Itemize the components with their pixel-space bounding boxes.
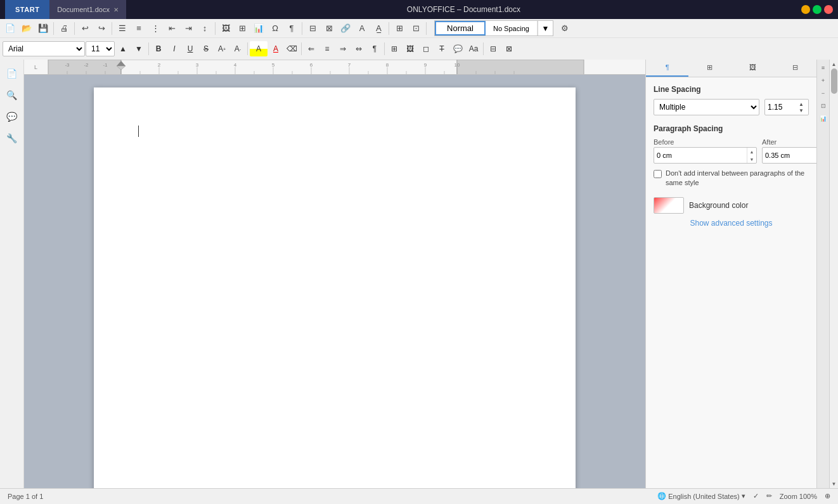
styles-dropdown[interactable]: ▼ [538, 21, 553, 36]
page-view-icon[interactable]: ≡ [818, 62, 829, 74]
align-justify-button[interactable]: ⇔ [351, 41, 366, 56]
language-selector[interactable]: 🌐 English (United States) ▾ [657, 492, 745, 500]
print-button[interactable]: 🖨 [56, 21, 72, 36]
align-right-button[interactable]: ⇒ [335, 41, 351, 56]
scroll-track[interactable] [830, 68, 838, 479]
align-center-button[interactable]: ≡ [319, 41, 335, 56]
zoom-out-icon[interactable]: − [818, 87, 829, 99]
spelling-check-button[interactable]: ✓ [753, 492, 759, 500]
track-changes-button[interactable]: T [434, 41, 449, 56]
tab-start[interactable]: START [5, 0, 49, 19]
tab-document[interactable]: Document1.docx ✕ [49, 0, 126, 19]
zoom-level[interactable]: Zoom 100% [780, 493, 817, 500]
insert-table-button[interactable]: ⊞ [235, 21, 250, 36]
chart-icon[interactable]: 📊 [818, 113, 829, 124]
paragraph-marks-button[interactable]: ¶ [367, 41, 382, 56]
insert-image-2-button[interactable]: 🖼 [403, 41, 418, 56]
pagebreak-button[interactable]: ⊞ [392, 21, 407, 36]
svg-text:5: 5 [272, 62, 275, 68]
open-button[interactable]: 📂 [19, 21, 34, 36]
align-left-button[interactable]: ⇐ [304, 41, 319, 56]
fmt-sep-4 [384, 42, 385, 55]
document-page[interactable] [94, 87, 576, 488]
dropcap-button[interactable]: A [354, 21, 370, 36]
insert-image-button[interactable]: 🖼 [218, 21, 233, 36]
sidebar-file-icon[interactable]: 📄 [3, 65, 21, 82]
bold-button[interactable]: B [151, 41, 166, 56]
redo-button[interactable]: ↪ [94, 21, 109, 36]
after-label: After [762, 138, 816, 146]
pagenumber-button[interactable]: ⊡ [408, 21, 423, 36]
svg-text:2: 2 [158, 62, 161, 68]
fmt-sep-2 [247, 42, 248, 55]
comment-button[interactable]: 💬 [450, 41, 465, 56]
increase-indent-button[interactable]: ⇥ [181, 21, 196, 36]
tab-close-icon[interactable]: ✕ [113, 6, 119, 13]
rpanel-tab-paragraph[interactable]: ¶ [646, 60, 688, 77]
style-normal[interactable]: Normal [435, 21, 486, 36]
insert-table-2-button[interactable]: ⊞ [387, 41, 402, 56]
insert-chart-button[interactable]: 📊 [251, 21, 266, 36]
compare-button[interactable]: ⊠ [501, 41, 517, 56]
save-button[interactable]: 💾 [35, 21, 51, 36]
scroll-down-button[interactable]: ▼ [830, 479, 839, 488]
before-increment-button[interactable]: ▲ [747, 148, 756, 155]
insert-symbol-button[interactable]: Ω [268, 21, 283, 36]
textcase-button[interactable]: Aa [466, 41, 481, 56]
decrease-indent-button[interactable]: ⇤ [164, 21, 179, 36]
fit-page-icon[interactable]: ⊡ [818, 100, 829, 112]
sidebar-search-icon[interactable]: 🔍 [3, 86, 21, 104]
insert-shape-button[interactable]: ◻ [418, 41, 434, 56]
superscript-button[interactable]: A+ [214, 41, 229, 56]
before-label-col: Before ▲ ▼ [654, 138, 757, 164]
line-spacing-button[interactable]: ↕ [197, 21, 212, 36]
columns-button[interactable]: ⊠ [321, 21, 337, 36]
show-advanced-settings-link[interactable]: Show advanced settings [654, 219, 809, 228]
clear-format-button[interactable]: ⌫ [284, 41, 299, 56]
before-decrement-button[interactable]: ▼ [747, 155, 756, 163]
rpanel-tab-table[interactable]: ⊞ [688, 60, 731, 77]
style-no-spacing[interactable]: No Spacing [486, 21, 538, 36]
settings-button[interactable]: ⚙ [557, 21, 572, 36]
multilevel-list-button[interactable]: ⋮ [148, 21, 163, 36]
nonprinting-button[interactable]: ¶ [284, 21, 299, 36]
after-input[interactable] [763, 152, 816, 159]
font-color-button[interactable]: A [268, 41, 283, 56]
before-input[interactable] [654, 152, 747, 159]
scroll-up-button[interactable]: ▲ [830, 60, 839, 68]
numbered-list-button[interactable]: ≡ [131, 21, 146, 36]
line-spacing-type-select[interactable]: Multiple Single 1.5 lines Double At leas… [654, 99, 759, 115]
italic-button[interactable]: I [167, 41, 182, 56]
ls-increment-button[interactable]: ▲ [797, 101, 806, 107]
dont-add-interval-checkbox[interactable] [654, 170, 662, 178]
zoom-in-status-button[interactable]: ⊕ [825, 492, 830, 500]
new-button[interactable]: 📄 [3, 21, 18, 36]
close-button[interactable]: ✕ [824, 5, 833, 14]
scroll-thumb[interactable] [831, 68, 837, 94]
page-container[interactable] [24, 75, 645, 488]
increase-font-button[interactable]: ▲ [115, 41, 131, 56]
minimize-button[interactable]: – [801, 5, 810, 14]
decrease-font-button[interactable]: ▼ [131, 41, 146, 56]
strikethrough-button[interactable]: S [198, 41, 214, 56]
subscript-button[interactable]: A- [230, 41, 245, 56]
track-changes-status[interactable]: ✏ [766, 492, 772, 500]
highlight-button[interactable]: A [250, 41, 268, 56]
font-select[interactable]: Arial [3, 41, 85, 56]
font-size-select[interactable]: 11 [86, 41, 115, 56]
sidebar-plugin-icon[interactable]: 🔧 [3, 129, 21, 147]
sidebar-comment-icon[interactable]: 💬 [3, 108, 21, 126]
underline-button[interactable]: U [183, 41, 198, 56]
header-footer-button[interactable]: ⊟ [305, 21, 320, 36]
maximize-button[interactable]: □ [813, 5, 822, 14]
ls-decrement-button[interactable]: ▼ [797, 107, 806, 113]
pagesetup-button[interactable]: ⊟ [486, 41, 501, 56]
hyperlink-button[interactable]: 🔗 [338, 21, 353, 36]
rpanel-tab-image[interactable]: 🖼 [732, 60, 774, 77]
zoom-in-icon[interactable]: + [818, 75, 829, 86]
rpanel-tab-header[interactable]: ⊟ [774, 60, 816, 77]
undo-button[interactable]: ↩ [77, 21, 93, 36]
bullets-button[interactable]: ☰ [115, 21, 130, 36]
background-color-preview[interactable] [654, 197, 684, 214]
textart-button[interactable]: A̲ [371, 21, 386, 36]
